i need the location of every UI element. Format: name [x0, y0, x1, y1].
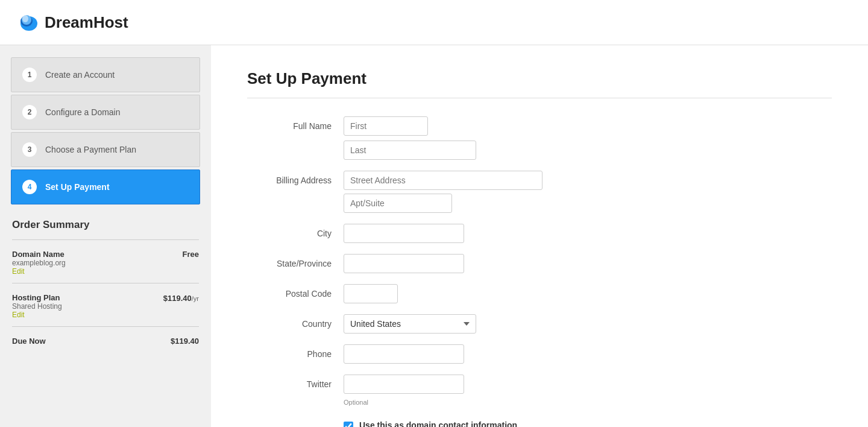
step-1[interactable]: 1 Create an Account	[11, 57, 200, 92]
billing-address-row: Billing Address	[247, 171, 669, 213]
domain-sublabel: exampleblog.org	[12, 259, 66, 267]
header: DreamHost	[0, 0, 868, 45]
hosting-per: /yr	[192, 295, 199, 302]
step-3-label: Choose a Payment Plan	[45, 145, 136, 154]
domain-contact-checkbox[interactable]	[344, 422, 353, 427]
first-name-input[interactable]	[344, 116, 428, 136]
state-input[interactable]	[344, 254, 464, 273]
twitter-row: Twitter Optional	[247, 375, 669, 406]
step-2-number: 2	[22, 105, 37, 119]
logo-text: DreamHost	[45, 13, 128, 32]
phone-label: Phone	[247, 344, 344, 359]
city-label: City	[247, 224, 344, 238]
step-3-number: 3	[22, 142, 37, 157]
twitter-optional-label: Optional	[344, 399, 669, 406]
sidebar: 1 Create an Account 2 Configure a Domain…	[0, 45, 211, 427]
order-hosting-row: Hosting Plan Shared Hosting Edit $119.40…	[12, 289, 199, 320]
twitter-label: Twitter	[247, 375, 344, 389]
domain-value: Free	[183, 250, 199, 259]
last-name-input[interactable]	[344, 141, 476, 160]
page-title: Set Up Payment	[247, 69, 832, 98]
full-name-row: Full Name	[247, 116, 669, 160]
due-value: $119.40	[171, 337, 199, 346]
domain-contact-checkbox-section: Use this as domain contact information I…	[344, 417, 669, 427]
domain-edit-link[interactable]: Edit	[12, 267, 66, 276]
svg-point-3	[22, 15, 28, 22]
order-divider-1	[12, 239, 199, 240]
domain-label: Domain Name	[12, 250, 66, 259]
order-domain-row: Domain Name exampleblog.org Edit Free	[12, 246, 199, 277]
state-row: State/Province	[247, 254, 669, 273]
step-2[interactable]: 2 Configure a Domain	[11, 95, 200, 130]
checkbox-label: Use this as domain contact information	[359, 420, 669, 427]
state-label: State/Province	[247, 254, 344, 268]
full-name-label: Full Name	[247, 116, 344, 131]
step-2-label: Configure a Domain	[45, 107, 121, 117]
due-label: Due Now	[12, 337, 46, 346]
hosting-edit-link[interactable]: Edit	[12, 311, 62, 319]
payment-form: Full Name Billing Address City	[247, 116, 669, 427]
city-input[interactable]	[344, 224, 464, 243]
hosting-label: Hosting Plan	[12, 293, 62, 302]
hosting-sublabel: Shared Hosting	[12, 302, 62, 311]
postal-row: Postal Code	[247, 284, 669, 303]
country-label: Country	[247, 314, 344, 329]
order-divider-3	[12, 326, 199, 327]
dreamhost-logo-icon	[18, 11, 40, 33]
step-3[interactable]: 3 Choose a Payment Plan	[11, 132, 200, 167]
phone-input[interactable]	[344, 344, 464, 364]
order-divider-2	[12, 283, 199, 283]
twitter-input[interactable]	[344, 375, 464, 394]
phone-row: Phone	[247, 344, 669, 364]
order-due-row: Due Now $119.40	[12, 333, 199, 347]
postal-label: Postal Code	[247, 284, 344, 299]
logo: DreamHost	[18, 11, 128, 33]
apt-suite-input[interactable]	[344, 194, 452, 213]
order-summary-title: Order Summary	[12, 219, 199, 231]
step-1-number: 1	[22, 68, 37, 82]
step-1-label: Create an Account	[45, 70, 115, 80]
country-row: Country United States Canada United King…	[247, 314, 669, 334]
step-4-number: 4	[22, 180, 37, 194]
street-address-input[interactable]	[344, 171, 542, 190]
postal-code-input[interactable]	[344, 284, 398, 303]
step-4-label: Set Up Payment	[45, 182, 110, 192]
step-4[interactable]: 4 Set Up Payment	[11, 169, 200, 204]
billing-address-label: Billing Address	[247, 171, 344, 185]
hosting-value: $119.40	[163, 294, 192, 303]
city-row: City	[247, 224, 669, 243]
country-select[interactable]: United States Canada United Kingdom Aust…	[344, 314, 476, 334]
main-layout: 1 Create an Account 2 Configure a Domain…	[0, 45, 868, 427]
order-summary: Order Summary Domain Name exampleblog.or…	[11, 219, 200, 347]
main-content: Set Up Payment Full Name Billing Address	[211, 45, 868, 427]
